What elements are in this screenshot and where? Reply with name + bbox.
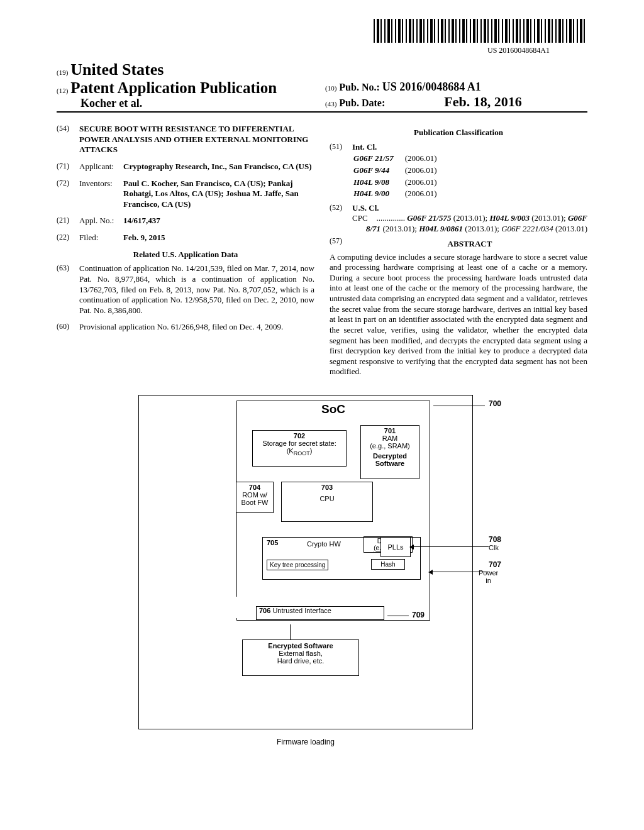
appl-no-value: 14/617,437 (123, 216, 314, 226)
fig-caption: Firmware loading (139, 738, 472, 746)
fig-705-keytree: Key tree processing (267, 560, 328, 570)
intcl-row: H04L 9/08(2006.01) (353, 177, 447, 188)
fig-leader-708 (413, 546, 489, 547)
fig-701-line2: (e.g., SRAM) (361, 442, 419, 450)
fig-ref-709: 709 (412, 611, 425, 619)
fig-ref-708: 708 (489, 535, 501, 544)
fig-box-external: Encrypted Software External flash, Hard … (242, 639, 359, 676)
classification-title: Publication Classification (330, 128, 587, 138)
fig-box-702: 702 Storage for secret state: (KROOT) (252, 430, 347, 467)
fig-outer-box: 700 SoC 702 Storage for secret state: (K… (138, 395, 473, 729)
country-code: (19) (57, 69, 68, 76)
fig-soc-break (235, 597, 241, 618)
barcode-number: US 20160048684A1 (57, 46, 587, 55)
appl-no-label: Appl. No.: (79, 216, 123, 226)
provisional-text: Provisional application No. 61/266,948, … (79, 322, 314, 333)
applicant-text: Cryptography Research, Inc., San Francis… (123, 162, 314, 172)
fig-701-line4: Software (361, 460, 419, 467)
fig-704-line1: ROM w/ (236, 491, 273, 499)
fig-ref-707: 707 (489, 560, 501, 569)
pub-no-value: US 2016/0048684 A1 (382, 80, 481, 93)
fig-soc-label: SoC (237, 402, 430, 416)
fig-leader-700 (433, 406, 485, 406)
barcode-graphic (374, 19, 587, 43)
pub-no-code: (10) (325, 84, 336, 92)
filed-value: Feb. 9, 2015 (123, 233, 314, 243)
pub-no-label: Pub. No.: (339, 82, 379, 92)
inventors-label: Inventors: (79, 179, 123, 210)
doc-kind: Patent Application Publication (70, 79, 277, 96)
fig-soc-box: SoC 702 Storage for secret state: (KROOT… (236, 401, 430, 621)
inventors-text: Paul C. Kocher, San Francisco, CA (US); … (123, 179, 314, 210)
cpc-text: CPC .............. G06F 21/575 (2013.01)… (352, 213, 587, 234)
intcl-row: H04L 9/00(2006.01) (353, 189, 447, 199)
publication-header: (19) United States (12) Patent Applicati… (57, 60, 587, 113)
intcl-label: Int. Cl. (352, 142, 587, 153)
fig-703-num: 703 (282, 484, 372, 491)
filed-label: Filed: (79, 233, 123, 243)
fig-702-num: 702 (253, 432, 346, 440)
fig-box-703: 703 CPU (281, 482, 373, 522)
abstract-code: (57) (330, 236, 352, 252)
fig-box-706: 706 Untrusted Interface (256, 606, 384, 620)
pub-date-code: (43) (325, 100, 336, 108)
fig-ref-700: 700 (489, 399, 501, 408)
fig-701-line1: RAM (361, 434, 419, 442)
right-column: Publication Classification (51) Int. Cl.… (330, 124, 587, 377)
continuation-text: Continuation of application No. 14/201,5… (79, 263, 314, 316)
fig-704-line2: Boot FW (236, 499, 273, 506)
intcl-table: G06F 21/57(2006.01) G06F 9/44(2006.01) H… (352, 152, 448, 201)
applicant-label: Applicant: (79, 162, 123, 172)
fig-702-line1: Storage for secret state: (253, 440, 346, 447)
fig-ext-title: Encrypted Software (243, 642, 358, 650)
uscl-label: U.S. Cl. (352, 203, 587, 214)
intcl-row: G06F 9/44(2006.01) (353, 165, 447, 176)
fig-704-num: 704 (236, 484, 273, 491)
fig-701-line3: Decrypted (361, 452, 419, 460)
fig-701-num: 701 (361, 427, 419, 434)
uscl-code: (52) (330, 203, 352, 234)
fig-clk-label: Clk (489, 544, 499, 551)
filed-code: (22) (57, 233, 79, 243)
fig-power-label: Power in (479, 569, 498, 584)
fig-box-704: 704 ROM w/ Boot FW (236, 482, 274, 513)
applicant-code: (71) (57, 162, 79, 172)
intcl-row: G06F 21/57(2006.01) (353, 153, 447, 164)
provisional-code: (60) (57, 322, 79, 333)
fig-leader-709 (387, 616, 409, 616)
fig-703-label: CPU (282, 495, 372, 502)
abstract-text: A computing device includes a secure sto… (330, 252, 587, 378)
appl-no-code: (21) (57, 216, 79, 226)
title-code: (54) (57, 124, 79, 155)
patent-title: SECURE BOOT WITH RESISTANCE TO DIFFERENT… (79, 124, 314, 155)
barcode-region (57, 19, 587, 45)
inventors-code: (72) (57, 179, 79, 210)
fig-705-num: 705 (267, 539, 278, 546)
doc-kind-code: (12) (57, 87, 68, 94)
fig-705-hash: Hash (371, 559, 405, 570)
pub-date-label: Pub. Date: (339, 97, 385, 108)
abstract-label: ABSTRACT (352, 239, 587, 250)
fig-ext-line2: Hard drive, etc. (243, 657, 358, 665)
pub-date-value: Feb. 18, 2016 (444, 94, 521, 109)
fig-box-701: 701 RAM (e.g., SRAM) Decrypted Software (360, 425, 419, 479)
left-column: (54) SECURE BOOT WITH RESISTANCE TO DIFF… (57, 124, 314, 377)
fig-705-label: Crypto HW (307, 540, 341, 548)
intcl-code: (51) (330, 142, 352, 201)
fig-ext-line1: External flash, (243, 650, 358, 657)
figure: 700 SoC 702 Storage for secret state: (K… (57, 395, 587, 747)
author-line: Kocher et al. (57, 97, 319, 110)
related-data-title: Related U.S. Application Data (57, 250, 314, 260)
country-name: United States (70, 60, 164, 79)
continuation-code: (63) (57, 263, 79, 316)
fig-702-line2: (KROOT) (253, 447, 346, 456)
fig-connector-706-ext (290, 624, 291, 639)
fig-box-plls: PLLs (380, 537, 411, 557)
